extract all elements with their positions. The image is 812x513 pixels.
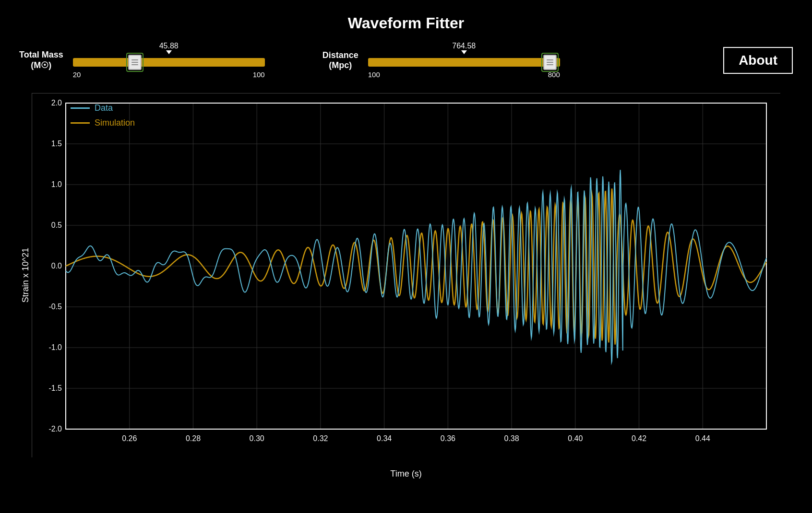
distance-slider-container: 764.58 100 [368, 42, 560, 79]
mass-slider-track-wrapper[interactable] [73, 55, 265, 70]
distance-thumb-line-3 [547, 64, 553, 65]
distance-slider-group: Distance (Mpc) 764.58 [322, 42, 560, 79]
distance-thumb-lines [547, 59, 553, 65]
chart-area: Data Simulation [32, 93, 780, 457]
mass-thumb-line-2 [131, 62, 138, 63]
mass-max-label: 100 [253, 70, 265, 79]
mass-slider-container: 45.88 20 10 [73, 42, 265, 79]
distance-slider-track [368, 58, 560, 67]
chart-legend: Data Simulation [71, 103, 135, 128]
legend-data-line [71, 107, 90, 109]
distance-label: Distance (Mpc) [322, 50, 358, 70]
distance-min-label: 100 [368, 70, 380, 79]
legend-simulation-label: Simulation [95, 118, 135, 128]
distance-slider-thumb[interactable] [543, 55, 557, 70]
y-axis-label: Strain x 10^21 [21, 248, 31, 303]
chart-wrapper: Strain x 10^21 Data Simulation Time (s) [32, 93, 780, 457]
mass-thumb-lines [131, 59, 138, 65]
waveform-canvas [32, 93, 781, 458]
mass-slider-group: Total Mass (M☉) 45.88 [19, 42, 265, 79]
x-axis-label: Time (s) [390, 469, 421, 479]
mass-min-label: 20 [73, 70, 81, 79]
mass-value: 45.88 [73, 42, 265, 54]
legend-data-label: Data [95, 103, 113, 113]
about-button[interactable]: About [723, 47, 793, 74]
mass-range-labels: 20 100 [73, 70, 265, 79]
controls-row: Total Mass (M☉) 45.88 [19, 42, 793, 79]
mass-thumb-line-3 [131, 64, 138, 65]
legend-simulation-item: Simulation [71, 118, 135, 128]
distance-thumb-line-2 [547, 62, 553, 63]
legend-simulation-line [71, 122, 90, 124]
mass-label: Total Mass (M☉) [19, 50, 63, 70]
mass-thumb-line-1 [131, 59, 138, 60]
page-title: Waveform Fitter [348, 14, 464, 32]
mass-slider-track [73, 58, 265, 67]
mass-slider-thumb[interactable] [128, 55, 142, 70]
distance-thumb-line-1 [547, 59, 553, 60]
legend-data-item: Data [71, 103, 135, 113]
distance-value: 764.58 [368, 42, 560, 54]
distance-slider-track-wrapper[interactable] [368, 55, 560, 70]
distance-range-labels: 100 800 [368, 70, 560, 79]
